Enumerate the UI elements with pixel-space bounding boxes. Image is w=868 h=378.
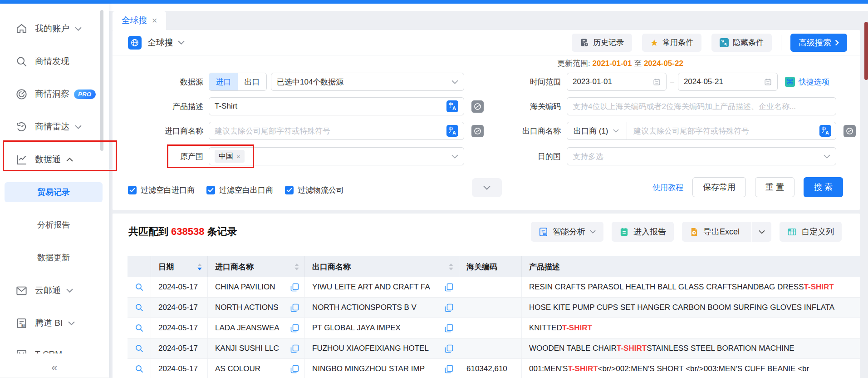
sidebar-item-my-account[interactable]: 我的账户: [0, 18, 109, 40]
destination-select[interactable]: 支持多选: [567, 147, 836, 165]
history-button[interactable]: 历史记录: [572, 34, 632, 52]
sidebar-scrollbar-thumb[interactable]: [100, 10, 103, 151]
row-detail-cell[interactable]: [128, 277, 151, 297]
sidebar-item-data-hub[interactable]: 数据通: [0, 149, 109, 170]
smart-analysis-button[interactable]: BI 智能分析: [531, 222, 603, 242]
sidebar-item-label: 数据通: [35, 154, 61, 165]
row-detail-cell[interactable]: [128, 338, 151, 358]
origin-country-select[interactable]: 中国 ×: [209, 147, 464, 165]
toggle-import[interactable]: 进口: [209, 73, 238, 90]
sidebar-subitem-data-update[interactable]: 数据更新: [5, 248, 103, 268]
advanced-search-button[interactable]: 高级搜索: [790, 34, 847, 52]
favorites-button[interactable]: ★ 常用条件: [642, 34, 701, 52]
importer-label: 进口商名称: [128, 126, 209, 136]
copy-icon[interactable]: [445, 283, 453, 292]
chevron-down-icon: [75, 27, 82, 31]
collapse-form-button[interactable]: [472, 178, 502, 197]
exporter-input[interactable]: 建议去除公司尾部字符或特殊符号 中A: [627, 122, 836, 139]
date-start-input[interactable]: 2023-01-01: [567, 73, 667, 91]
row-search-icon[interactable]: [135, 323, 144, 333]
hs-code-input[interactable]: 支持4位以上海关编码或者2位海关编码加上产品描述、企业名称...: [567, 97, 836, 115]
highlighted-keyword: T-SHIRT: [562, 323, 592, 333]
row-search-icon[interactable]: [135, 283, 144, 292]
header-exporter[interactable]: 出口商名称: [305, 256, 459, 277]
copy-icon[interactable]: [445, 344, 453, 353]
sidebar-item-t-crm[interactable]: T-CRM: [0, 343, 109, 353]
filter-checkbox[interactable]: 过滤空白出口商: [206, 185, 273, 195]
sidebar-item-label: T-CRM: [35, 349, 62, 353]
table-row: 2024-05-17NORTH ACTIONSNORTH ACTIONSPORT…: [128, 298, 860, 318]
svg-text:A: A: [452, 105, 456, 111]
tutorial-link[interactable]: 使用教程: [652, 182, 683, 193]
sidebar: 我的账户 商情发现 商情洞察 PRO 商情雷达 数据通: [0, 4, 109, 378]
header-importer[interactable]: 进口商名称: [208, 256, 305, 277]
search-button[interactable]: 搜 索: [804, 177, 843, 197]
sidebar-item-cloud-mail[interactable]: 云邮通: [0, 279, 109, 301]
checkbox-checked-icon[interactable]: [206, 186, 215, 194]
sidebar-subitem-analysis-report[interactable]: 分析报告: [5, 215, 103, 235]
copy-icon[interactable]: [445, 365, 453, 373]
translate-icon[interactable]: 中A: [819, 125, 831, 137]
sidebar-item-insight[interactable]: 商情洞察 PRO: [0, 83, 109, 105]
checkbox-checked-icon[interactable]: [285, 186, 294, 194]
filter-checkbox[interactable]: 过滤空白进口商: [128, 185, 195, 195]
copy-icon[interactable]: [290, 344, 299, 353]
toggle-export[interactable]: 出口: [238, 73, 266, 90]
exclude-icon[interactable]: [471, 125, 484, 137]
row-detail-cell[interactable]: [128, 359, 151, 378]
custom-columns-button[interactable]: 自定义列: [780, 222, 842, 242]
header-date[interactable]: 日期: [151, 256, 208, 277]
data-source-select[interactable]: 已选中104个数据源: [271, 73, 464, 91]
translate-icon[interactable]: 中A: [446, 125, 458, 137]
exporter-label: 出口商名称: [511, 126, 567, 136]
radar-icon: [15, 121, 28, 133]
sidebar-item-discovery[interactable]: 商情发现: [0, 50, 109, 72]
row-search-icon[interactable]: [135, 364, 144, 373]
copy-icon[interactable]: [290, 365, 299, 373]
translate-icon[interactable]: 中A: [446, 100, 458, 112]
report-icon: [619, 227, 629, 237]
filter-checkbox[interactable]: 过滤物流公司: [285, 185, 344, 195]
sidebar-collapse-button[interactable]: «: [0, 357, 109, 378]
product-cell: WOODEN TABLE CHAIR T-SHIRT STAINLESS STE…: [522, 338, 860, 358]
module-title: 全球搜: [147, 37, 173, 49]
save-conditions-button[interactable]: 保存常用: [692, 177, 746, 197]
quick-options-button[interactable]: ⌘ 快捷选项: [785, 77, 829, 87]
enter-report-button[interactable]: 进入报告: [612, 222, 674, 242]
exporter-cell: NORTH ACTIONSPORTS B V: [305, 298, 459, 318]
chevron-down-icon: [66, 288, 73, 293]
checkbox-checked-icon[interactable]: [128, 186, 137, 194]
reset-button[interactable]: 重 置: [755, 177, 794, 197]
sidebar-item-tendata-bi[interactable]: BI 腾道 BI: [0, 312, 109, 334]
tab-global-search[interactable]: 全球搜 ×: [113, 11, 166, 30]
chevron-down-icon: [483, 185, 490, 190]
row-search-icon[interactable]: [135, 344, 144, 353]
export-dropdown-arrow[interactable]: [751, 222, 771, 242]
time-range-label: 时间范围: [511, 77, 567, 87]
copy-icon[interactable]: [290, 324, 299, 333]
copy-icon[interactable]: [445, 324, 453, 333]
tag-close-icon[interactable]: ×: [236, 153, 240, 160]
product-desc-input[interactable]: T-Shirt 中A: [209, 97, 464, 115]
insight-icon: [15, 88, 28, 100]
hide-conditions-button[interactable]: 隐藏条件: [711, 34, 772, 52]
importer-input[interactable]: 建议去除公司尾部字符或特殊符号 中A: [209, 122, 464, 140]
exporter-type-select[interactable]: 出口商 (1): [567, 122, 627, 139]
row-detail-cell[interactable]: [128, 298, 151, 318]
copy-icon[interactable]: [290, 303, 299, 312]
exclude-icon[interactable]: [471, 100, 484, 113]
export-excel-button[interactable]: 导出Excel: [682, 222, 771, 242]
date-end-input[interactable]: 2024-05-21: [678, 73, 778, 91]
date-cell: 2024-05-17: [151, 359, 208, 378]
sidebar-subitem-trade-records[interactable]: 贸易记录: [5, 182, 103, 202]
chevron-down-icon[interactable]: [178, 40, 185, 45]
copy-icon[interactable]: [290, 283, 299, 292]
highlighted-keyword: T-SHIRT: [568, 364, 598, 373]
row-search-icon[interactable]: [135, 303, 144, 312]
sidebar-item-radar[interactable]: 商情雷达: [0, 116, 109, 138]
close-icon[interactable]: ×: [152, 16, 157, 25]
copy-icon[interactable]: [445, 303, 453, 312]
page-scrollbar-thumb[interactable]: [864, 22, 868, 80]
row-detail-cell[interactable]: [128, 318, 151, 338]
exclude-icon[interactable]: [843, 125, 856, 137]
